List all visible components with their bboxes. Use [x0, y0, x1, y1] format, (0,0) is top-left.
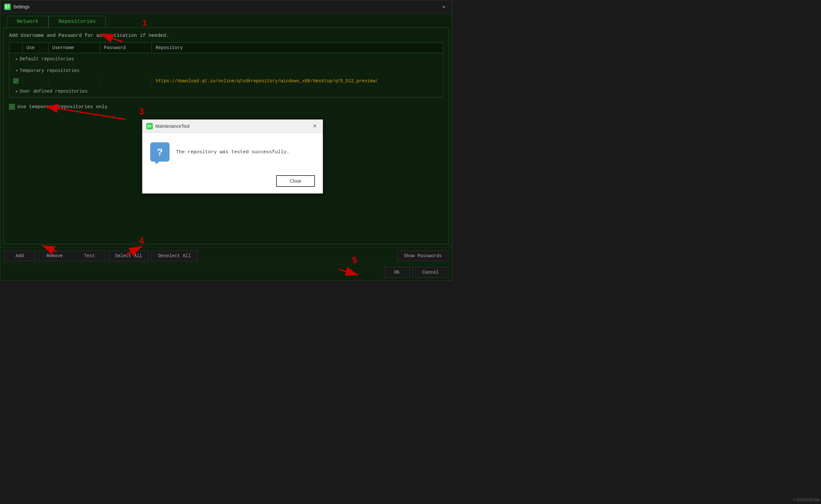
repo-username [48, 76, 100, 86]
collapse-arrow-2: ▶ [16, 89, 18, 93]
qt-icon: Qt [4, 4, 11, 10]
table-row: ▶ User defined repositories [9, 86, 443, 97]
modal-close-action-button[interactable]: Close [276, 175, 315, 187]
action-buttons-row: Add Remove Test Select All Deselect All … [0, 247, 452, 264]
repo-password [100, 76, 152, 86]
remove-button[interactable]: Remove [38, 250, 71, 261]
temporary-repos-header[interactable]: ▼ Temporary repositories [13, 67, 439, 75]
deselect-all-button[interactable]: Deselect All [151, 250, 197, 261]
window-title: Settings [13, 4, 440, 9]
modal-footer: Close [142, 171, 323, 193]
cancel-button[interactable]: Cancel [412, 267, 449, 278]
use-temporary-checkbox[interactable]: ✓ [9, 104, 15, 110]
col-checkbox [9, 43, 23, 53]
title-bar: Qt Settings ✕ [0, 0, 452, 13]
default-repos-header[interactable]: ▶ Default repositories [13, 55, 439, 63]
modal-body: ? The repository was tested successfully… [142, 133, 323, 171]
tab-network[interactable]: Network [7, 16, 48, 27]
repo-checkbox[interactable]: ✓ [13, 78, 18, 84]
tab-repositories[interactable]: Repositories [48, 16, 106, 27]
question-icon: ? [150, 142, 169, 162]
repo-url: https://download.qt.io/online/qtsdkrepos… [156, 78, 378, 84]
table-row: ▶ Default repositories [9, 53, 443, 65]
use-temporary-section: ✓ Use temporary repositories only [9, 101, 443, 112]
user-defined-repos-header[interactable]: ▶ User defined repositories [13, 87, 439, 95]
add-button[interactable]: Add [4, 250, 36, 261]
window-close-button[interactable]: ✕ [440, 2, 448, 11]
repository-table: Use Username Password Repository ▶ Defau… [9, 42, 443, 97]
collapse-arrow: ▶ [16, 57, 18, 61]
temporary-repos-label: Temporary repositories [20, 68, 79, 73]
watermark: CSDN@源码咖 [793, 497, 820, 503]
select-all-button[interactable]: Select All [108, 250, 149, 261]
user-defined-repos-label: User defined repositories [20, 89, 87, 94]
description-text: Add Username and Password for authentica… [9, 33, 443, 38]
modal-dialog: Qt MaintenanceTool ✕ ? The repository wa… [142, 119, 323, 194]
default-repos-label: Default repositories [20, 56, 74, 62]
expand-arrow: ▼ [16, 69, 18, 73]
ok-cancel-row: OK Cancel [0, 264, 452, 280]
show-passwords-button[interactable]: Show Passwords [397, 250, 449, 261]
table-row: ✓ https://download.qt.io/online/qtsdkrep… [9, 76, 443, 86]
modal-title: MaintenanceTool [155, 124, 308, 129]
modal-message: The repository was tested successfully. [176, 149, 289, 156]
ok-button[interactable]: OK [384, 267, 410, 278]
modal-qt-icon: Qt [146, 123, 153, 129]
col-use: Use [23, 43, 48, 53]
table-row: ▼ Temporary repositories [9, 65, 443, 76]
use-temporary-label: Use temporary repositories only [17, 104, 107, 110]
col-username: Username [48, 43, 100, 53]
test-button[interactable]: Test [73, 250, 106, 261]
modal-titlebar: Qt MaintenanceTool ✕ [142, 120, 323, 133]
col-repository: Repository [152, 43, 443, 53]
modal-close-button[interactable]: ✕ [311, 122, 319, 130]
col-password: Password [100, 43, 152, 53]
repo-use [23, 76, 48, 86]
tabs-container: Network Repositories [0, 13, 452, 27]
